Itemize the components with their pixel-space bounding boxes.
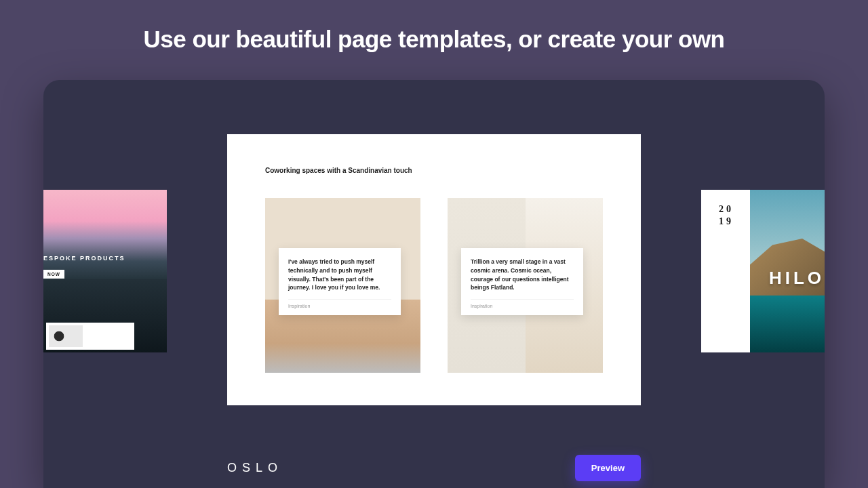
template-carousel: ESPOKE PRODUCTS NOW Coworking spaces wit…	[43, 134, 825, 405]
template-peek-right[interactable]: 2019 HILO	[701, 190, 825, 352]
quote-card-2: Trillion a very small stage in a vast co…	[461, 248, 583, 315]
quote-tag: Inspiration	[471, 299, 574, 308]
water-graphic	[750, 296, 825, 352]
template-tile-1: I've always tried to push myself technic…	[265, 198, 420, 373]
template-showcase-panel: ESPOKE PRODUCTS NOW Coworking spaces wit…	[43, 80, 825, 488]
template-left-sky	[43, 190, 167, 279]
current-template-name: OSLO	[227, 461, 283, 475]
template-main-heading: Coworking spaces with a Scandinavian tou…	[265, 167, 412, 174]
template-right-title: HILO	[769, 268, 825, 289]
template-tile-2: Trillion a very small stage in a vast co…	[448, 198, 603, 373]
quote-tag: Inspiration	[288, 299, 391, 308]
quote-text: I've always tried to push myself technic…	[288, 258, 391, 292]
quote-text: Trillion a very small stage in a vast co…	[471, 258, 574, 292]
template-main-oslo[interactable]: Coworking spaces with a Scandinavian tou…	[227, 134, 641, 405]
template-peek-left[interactable]: ESPOKE PRODUCTS NOW	[43, 190, 167, 352]
template-left-headline: ESPOKE PRODUCTS	[43, 255, 125, 262]
quote-card-1: I've always tried to push myself technic…	[279, 248, 401, 315]
preview-button[interactable]: Preview	[575, 455, 641, 481]
template-left-cta: NOW	[43, 270, 64, 279]
template-right-year: 2019	[719, 203, 739, 228]
template-footer: OSLO Preview	[227, 455, 641, 481]
headphones-icon	[49, 325, 83, 347]
template-left-subcard	[46, 323, 134, 350]
template-main-grid: I've always tried to push myself technic…	[265, 198, 603, 373]
section-heading: Use our beautiful page templates, or cre…	[0, 0, 868, 53]
